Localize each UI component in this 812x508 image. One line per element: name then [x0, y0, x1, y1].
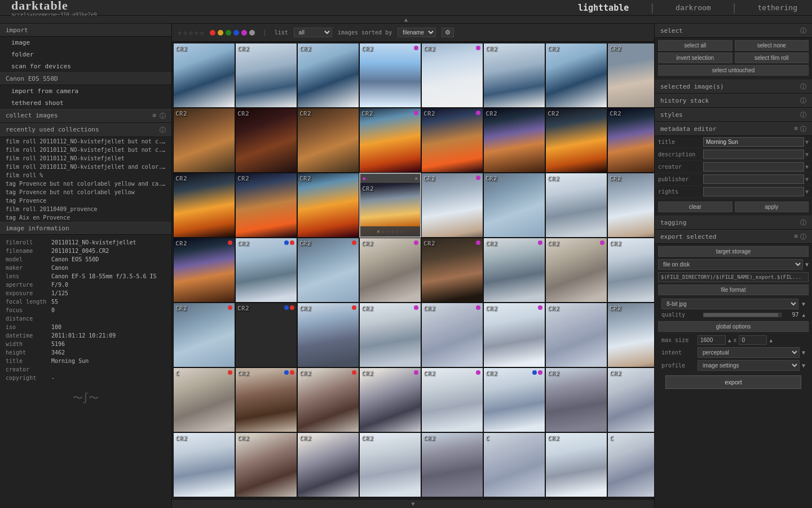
- collapse-top-toggle[interactable]: ▲: [0, 16, 812, 24]
- thumbnail[interactable]: C: [483, 432, 545, 497]
- star-3[interactable]: ☆: [189, 28, 193, 37]
- publisher-input[interactable]: [703, 174, 804, 184]
- thumbnail[interactable]: CR2: [483, 108, 545, 173]
- select-film-roll-button[interactable]: select film roll: [735, 52, 809, 63]
- star-rating-filter[interactable]: ☆ ☆ ☆ ☆ ☆: [178, 28, 204, 37]
- color-filter-yellow[interactable]: [218, 30, 223, 36]
- thumbnail[interactable]: CR2: [545, 43, 607, 108]
- thumbnail[interactable]: CR2: [483, 367, 545, 432]
- thumbnail[interactable]: C: [607, 432, 654, 497]
- thumbnail[interactable]: CR2: [297, 108, 359, 173]
- popup-star-5[interactable]: ☆: [400, 229, 403, 234]
- file-format-button[interactable]: file format: [658, 284, 809, 295]
- creator-input[interactable]: [703, 162, 804, 172]
- thumbnail-active[interactable]: ● ✕ CR2 ✕ ☆ ☆ ☆ ☆ ☆: [359, 173, 421, 238]
- intent-select[interactable]: perceptual relative colorimetric saturat…: [698, 347, 800, 358]
- color-filter-magenta[interactable]: [241, 30, 247, 36]
- export-button[interactable]: export: [665, 375, 801, 389]
- popup-star-4[interactable]: ☆: [396, 229, 399, 234]
- star-1[interactable]: ☆: [178, 28, 182, 37]
- thumbnail[interactable]: CR2: [483, 303, 545, 367]
- quality-up-icon[interactable]: ▲: [802, 312, 805, 318]
- thumbnail[interactable]: CR2: [545, 303, 607, 367]
- thumbnail[interactable]: CR2: [235, 173, 297, 238]
- thumbnail[interactable]: CR2: [235, 432, 297, 497]
- thumbnail[interactable]: CR2: [545, 238, 607, 303]
- creator-dropdown-arrow[interactable]: ▼: [805, 164, 809, 170]
- collection-item[interactable]: film roll 20110409_provence: [0, 205, 171, 213]
- recently-info-icon[interactable]: ⓘ: [160, 126, 166, 134]
- star-4[interactable]: ☆: [194, 28, 198, 37]
- star-2[interactable]: ☆: [183, 28, 188, 37]
- title-dropdown-arrow[interactable]: ▼: [805, 139, 809, 145]
- clear-metadata-button[interactable]: clear: [658, 202, 732, 212]
- thumbnail[interactable]: CR2: [359, 108, 421, 173]
- thumbnail[interactable]: CR2: [235, 367, 297, 432]
- thumbnail[interactable]: CR2: [421, 367, 483, 432]
- export-list-icon[interactable]: ≡: [794, 233, 798, 241]
- quality-bar[interactable]: [703, 313, 781, 317]
- thumbnail[interactable]: CR2: [359, 367, 421, 432]
- storage-type-select[interactable]: file on disk: [658, 259, 803, 270]
- title-input[interactable]: [703, 137, 804, 147]
- thumbnail[interactable]: CR2: [173, 43, 235, 108]
- tethered-shoot-item[interactable]: tethered shoot: [0, 97, 171, 109]
- thumbnail[interactable]: CR2: [607, 238, 654, 303]
- profile-dropdown-arrow[interactable]: ▼: [802, 362, 805, 369]
- thumbnail[interactable]: CR2: [483, 43, 545, 108]
- color-filter-gray[interactable]: [249, 30, 255, 36]
- thumbnail[interactable]: CR2: [607, 367, 654, 432]
- color-filter-green[interactable]: [226, 30, 231, 36]
- publisher-dropdown-arrow[interactable]: ▼: [805, 176, 809, 182]
- popup-star-1[interactable]: ☆: [382, 229, 385, 234]
- thumbnail[interactable]: CR2: [483, 173, 545, 238]
- max-width-input[interactable]: [698, 335, 726, 345]
- format-dropdown-arrow[interactable]: ▼: [802, 301, 805, 307]
- thumbnail[interactable]: CR2: [421, 43, 483, 108]
- thumbnail[interactable]: CR2: [359, 303, 421, 367]
- color-filter-red[interactable]: [210, 30, 215, 36]
- thumbnail[interactable]: CR2: [359, 432, 421, 497]
- selected-info-icon[interactable]: ⓘ: [800, 82, 806, 91]
- nav-darkroom[interactable]: darkroom: [672, 2, 714, 13]
- popup-star-2[interactable]: ☆: [386, 229, 389, 234]
- width-up-icon[interactable]: ▲: [728, 338, 731, 343]
- storage-dropdown-arrow[interactable]: ▼: [805, 261, 809, 268]
- sort-field-select[interactable]: filename date rating: [398, 28, 436, 37]
- height-up-icon[interactable]: ▲: [769, 338, 772, 343]
- popup-reject-icon[interactable]: ✕: [377, 229, 379, 234]
- star-5[interactable]: ☆: [200, 28, 204, 37]
- export-info-icon[interactable]: ⓘ: [800, 233, 806, 241]
- color-filter-blue[interactable]: [233, 30, 239, 36]
- collect-list-icon[interactable]: ≡: [152, 112, 156, 120]
- thumbnail[interactable]: CR2: [421, 108, 483, 173]
- thumbnail[interactable]: CR2: [421, 238, 483, 303]
- thumbnail[interactable]: CR2: [235, 43, 297, 108]
- view-mode-select[interactable]: all selected: [294, 28, 332, 37]
- thumbnail[interactable]: CR2: [545, 432, 607, 497]
- rights-dropdown-arrow[interactable]: ▼: [805, 189, 809, 195]
- max-height-input[interactable]: [739, 335, 767, 345]
- thumbnail[interactable]: CR2: [173, 432, 235, 497]
- select-all-button[interactable]: select all: [658, 40, 732, 51]
- select-none-button[interactable]: select none: [735, 40, 809, 51]
- thumbnail[interactable]: CR2: [235, 303, 297, 367]
- tagging-info-icon[interactable]: ⓘ: [800, 218, 806, 227]
- metadata-info-icon[interactable]: ⓘ: [800, 125, 806, 133]
- collection-item[interactable]: film roll %: [0, 171, 171, 179]
- thumbnail[interactable]: CR2: [607, 303, 654, 367]
- nav-tethering[interactable]: tethering: [754, 2, 801, 13]
- import-folder-item[interactable]: folder: [0, 49, 171, 60]
- thumbnail[interactable]: CR2: [297, 432, 359, 497]
- thumbnail[interactable]: CR2: [483, 238, 545, 303]
- profile-select[interactable]: image settings sRGB AdobeRGB: [698, 360, 800, 371]
- import-from-camera-item[interactable]: import from camera: [0, 85, 171, 97]
- thumbnail[interactable]: CR2: [297, 303, 359, 367]
- styles-info-icon[interactable]: ⓘ: [800, 111, 806, 119]
- select-info-icon[interactable]: ⓘ: [800, 27, 806, 35]
- thumbnail[interactable]: CR2: [545, 173, 607, 238]
- thumbnail[interactable]: CR2: [297, 238, 359, 303]
- thumbnail[interactable]: CR2: [297, 173, 359, 238]
- export-path-display[interactable]: $(FILE_DIRECTORY)/$(FILE_NAME)_export.$(…: [658, 272, 809, 282]
- thumbnail[interactable]: CR2: [607, 173, 654, 238]
